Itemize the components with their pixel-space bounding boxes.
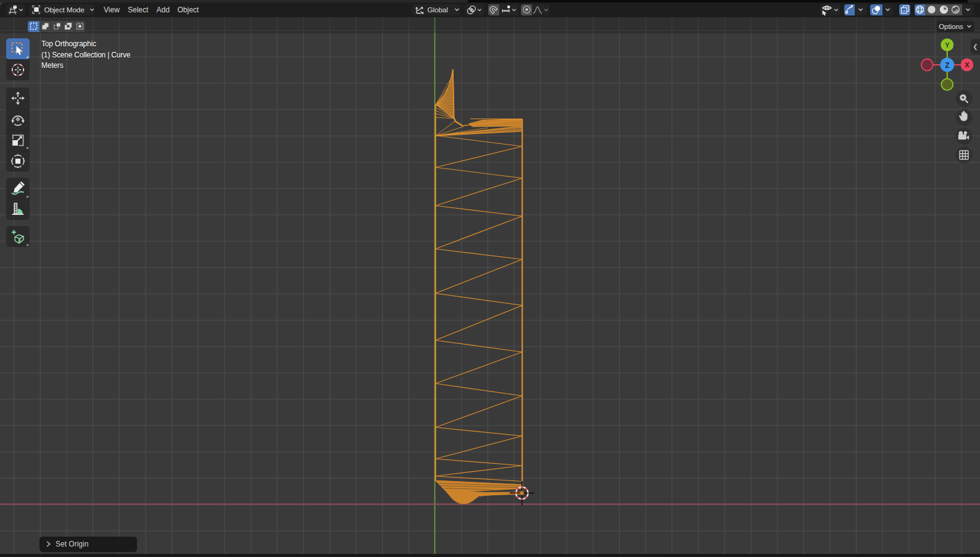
svg-text:X: X bbox=[965, 61, 970, 69]
svg-text:Z: Z bbox=[945, 61, 949, 70]
svg-text:Y: Y bbox=[945, 41, 950, 49]
